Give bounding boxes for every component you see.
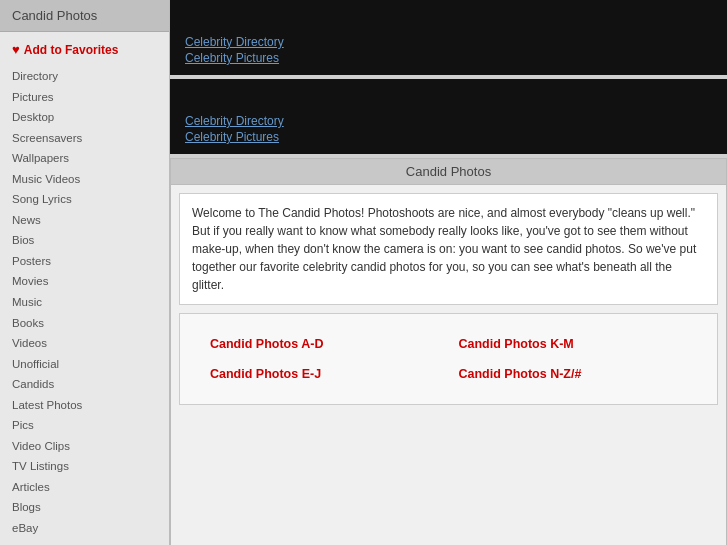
sidebar-item-music[interactable]: Music: [12, 293, 157, 313]
sidebar-item-gossip[interactable]: Gossip: [12, 540, 157, 545]
heart-icon: ♥: [12, 42, 20, 57]
sidebar-item-desktop[interactable]: Desktop: [12, 108, 157, 128]
sidebar-nav: Directory Pictures Desktop Screensavers …: [0, 63, 169, 545]
candid-link-ej: Candid Photos E-J: [200, 359, 449, 389]
sidebar-item-screensavers[interactable]: Screensavers: [12, 129, 157, 149]
sidebar-item-directory[interactable]: Directory: [12, 67, 157, 87]
sidebar-item-news[interactable]: News: [12, 211, 157, 231]
sidebar-item-unofficial[interactable]: Unofficial: [12, 355, 157, 375]
candid-link-ej-anchor[interactable]: Candid Photos E-J: [210, 367, 321, 381]
candid-link-ad-anchor[interactable]: Candid Photos A-D: [210, 337, 323, 351]
candid-link-km-anchor[interactable]: Candid Photos K-M: [459, 337, 574, 351]
sidebar-item-tv-listings[interactable]: TV Listings: [12, 457, 157, 477]
add-favorites-label: Add to Favorites: [24, 43, 119, 57]
candid-link-nz: Candid Photos N-Z/#: [449, 359, 698, 389]
sidebar-title: Candid Photos: [0, 0, 169, 32]
top-banner-pictures-link[interactable]: Celebrity Pictures: [185, 51, 712, 65]
sidebar-item-video-clips[interactable]: Video Clips: [12, 437, 157, 457]
candid-section-header: Candid Photos: [171, 159, 726, 185]
sidebar: Candid Photos ♥ Add to Favorites Directo…: [0, 0, 170, 545]
sidebar-item-candids[interactable]: Candids: [12, 375, 157, 395]
sidebar-item-wallpapers[interactable]: Wallpapers: [12, 149, 157, 169]
sidebar-item-bios[interactable]: Bios: [12, 231, 157, 251]
top-banner-directory-link[interactable]: Celebrity Directory: [185, 35, 712, 49]
candid-link-nz-anchor[interactable]: Candid Photos N-Z/#: [459, 367, 582, 381]
sidebar-item-movies[interactable]: Movies: [12, 272, 157, 292]
sidebar-item-song-lyrics[interactable]: Song Lyrics: [12, 190, 157, 210]
sidebar-item-articles[interactable]: Articles: [12, 478, 157, 498]
second-banner-pictures-link[interactable]: Celebrity Pictures: [185, 130, 712, 144]
candid-link-ad: Candid Photos A-D: [200, 329, 449, 359]
sidebar-item-posters[interactable]: Posters: [12, 252, 157, 272]
sidebar-item-pics[interactable]: Pics: [12, 416, 157, 436]
sidebar-item-blogs[interactable]: Blogs: [12, 498, 157, 518]
sidebar-item-pictures[interactable]: Pictures: [12, 88, 157, 108]
add-favorites[interactable]: ♥ Add to Favorites: [0, 32, 169, 63]
candid-description: Welcome to The Candid Photos! Photoshoot…: [179, 193, 718, 305]
sidebar-item-music-videos[interactable]: Music Videos: [12, 170, 157, 190]
candid-section: Candid Photos Welcome to The Candid Phot…: [170, 158, 727, 545]
candid-links-grid: Candid Photos A-D Candid Photos K-M Cand…: [180, 324, 717, 394]
candid-link-km: Candid Photos K-M: [449, 329, 698, 359]
sidebar-item-books[interactable]: Books: [12, 314, 157, 334]
top-banner: Celebrity Directory Celebrity Pictures: [170, 0, 727, 75]
sidebar-item-videos[interactable]: Videos: [12, 334, 157, 354]
sidebar-item-ebay[interactable]: eBay: [12, 519, 157, 539]
second-banner-directory-link[interactable]: Celebrity Directory: [185, 114, 712, 128]
second-banner: Celebrity Directory Celebrity Pictures: [170, 79, 727, 154]
candid-links-box: Candid Photos A-D Candid Photos K-M Cand…: [179, 313, 718, 405]
main-content: Celebrity Directory Celebrity Pictures C…: [170, 0, 727, 545]
sidebar-item-latest-photos[interactable]: Latest Photos: [12, 396, 157, 416]
